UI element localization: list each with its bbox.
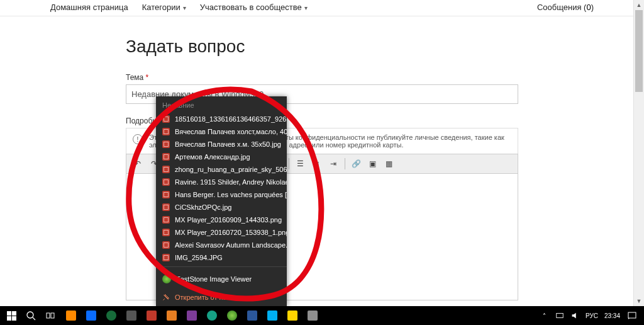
taskbar-app-8[interactable]: [203, 307, 221, 324]
jumplist-app[interactable]: FastStone Image Viewer: [156, 270, 287, 288]
taskbar-app-1[interactable]: [62, 307, 80, 324]
info-icon: !: [133, 134, 143, 144]
taskbar-app-11[interactable]: [283, 307, 302, 324]
jumplist-item[interactable]: Hans Berger. Les vaches parquées [Pen…: [156, 188, 287, 201]
scroll-up-button[interactable]: ▲: [634, 0, 644, 10]
image-file-icon: [162, 115, 170, 123]
svg-rect-5: [628, 312, 636, 318]
image-file-icon: [162, 140, 170, 148]
faststone-icon: [162, 275, 171, 283]
scroll-thumb[interactable]: [635, 10, 643, 92]
windows-logo-icon: [7, 311, 16, 321]
svg-rect-3: [51, 313, 54, 318]
jumplist-item[interactable]: 18516018_1336166136466357_9262…: [156, 113, 287, 125]
jumplist-item[interactable]: MX Player_20160720_153938_1.png: [156, 226, 287, 239]
top-navigation: Домашняя страница Категории▾ Участвовать…: [0, 0, 644, 16]
jumplist-item[interactable]: Alexei Savrasov Autumn Landscape.jpg: [156, 239, 287, 251]
svg-rect-4: [557, 314, 564, 318]
image-file-icon: [162, 191, 170, 198]
taskbar-app-9[interactable]: [243, 307, 262, 324]
chevron-down-icon: ▾: [183, 4, 186, 11]
jumplist-unpin[interactable]: Открепить от панели задач: [156, 288, 287, 306]
tray-language[interactable]: РУС: [586, 312, 598, 319]
topic-label: Тема *: [126, 73, 518, 82]
unpin-icon: [162, 294, 170, 301]
svg-rect-2: [47, 313, 50, 318]
chevron-down-icon: ▾: [304, 4, 308, 11]
start-button[interactable]: [3, 307, 20, 324]
link-button[interactable]: 🔗: [349, 157, 364, 171]
nav-participate[interactable]: Участвовать в сообществе▾: [200, 3, 308, 12]
bullet-list-button[interactable]: ☰: [293, 157, 308, 171]
taskbar-app-7[interactable]: [182, 307, 201, 324]
image-file-icon: [162, 216, 170, 224]
svg-line-1: [33, 317, 35, 320]
taskbar-app-3[interactable]: [102, 307, 121, 324]
nav-home[interactable]: Домашняя страница: [50, 3, 128, 12]
search-button[interactable]: [21, 307, 40, 324]
jumplist-item[interactable]: MX Player_20160909_144303.png: [156, 214, 287, 226]
image-file-icon: [162, 178, 170, 186]
jumplist-item[interactable]: Вячеслав Палачев холст,масло, 40x50…: [156, 125, 287, 138]
image-button[interactable]: ▣: [365, 157, 380, 171]
taskbar-app-4[interactable]: [122, 307, 141, 324]
table-button[interactable]: ▦: [382, 157, 397, 171]
page-scrollbar[interactable]: ▲ ▼: [633, 0, 644, 306]
jumplist-header: Недавние: [156, 96, 287, 113]
image-file-icon: [162, 153, 170, 161]
undo-button[interactable]: ↶: [130, 157, 145, 171]
jumplist-item[interactable]: Вячеслав Палачев х.м. 35x50.jpg: [156, 138, 287, 151]
taskbar-app-2[interactable]: [82, 307, 101, 324]
tray-up-icon[interactable]: ˄: [540, 307, 549, 324]
tray-network-icon[interactable]: [555, 307, 564, 324]
taskbar-app-12[interactable]: [303, 307, 322, 324]
image-file-icon: [162, 203, 170, 211]
number-list-button[interactable]: ≡: [309, 157, 325, 171]
image-file-icon: [162, 166, 170, 173]
taskbar-jumplist: Недавние 18516018_1336166136466357_9262……: [156, 96, 287, 306]
image-file-icon: [162, 128, 170, 135]
taskbar-app-10[interactable]: [263, 307, 282, 324]
indent-button[interactable]: ⇥: [326, 157, 341, 171]
jumplist-item[interactable]: Ravine. 1915 Shilder, Andrey Nikolaevi…: [156, 176, 287, 188]
nav-messages[interactable]: Сообщения (0): [537, 3, 594, 12]
image-file-icon: [162, 254, 170, 261]
image-file-icon: [162, 229, 170, 236]
jumplist-item[interactable]: zhong_ru_huang_a_prairie_sky_5065_3…: [156, 163, 287, 176]
taskview-button[interactable]: [42, 307, 60, 324]
taskbar-app-faststone[interactable]: [223, 307, 242, 324]
svg-point-0: [27, 312, 33, 318]
nav-categories[interactable]: Категории▾: [142, 3, 186, 12]
jumplist-item[interactable]: CiCSkhzOPQc.jpg: [156, 201, 287, 214]
taskbar-app-5[interactable]: [142, 307, 161, 324]
tray-clock[interactable]: 23:34: [604, 312, 620, 319]
taskbar-app-6[interactable]: [162, 307, 181, 324]
windows-taskbar: ˄ РУС 23:34: [0, 306, 644, 325]
tray-volume-icon[interactable]: [570, 307, 579, 324]
scroll-down-button[interactable]: ▼: [634, 296, 644, 306]
image-file-icon: [162, 241, 170, 249]
page-title: Задать вопрос: [126, 37, 518, 57]
jumplist-item[interactable]: IMG_2594.JPG: [156, 251, 287, 264]
action-center-icon[interactable]: [626, 307, 638, 324]
jumplist-item[interactable]: Артемов Александр.jpg: [156, 151, 287, 163]
